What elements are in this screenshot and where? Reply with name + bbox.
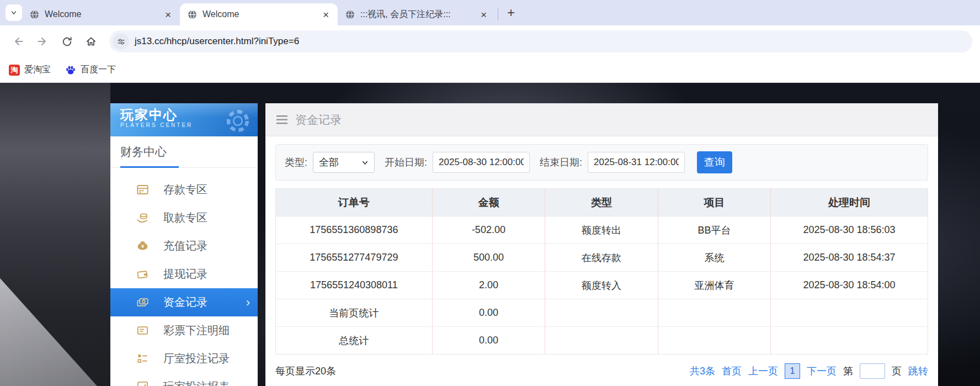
recharge-icon: ¥ — [136, 240, 149, 253]
withdrawal-record-icon — [136, 268, 149, 281]
deposit-icon — [136, 183, 149, 197]
tab-search-button[interactable] — [6, 4, 22, 21]
type-select[interactable]: 全部 — [313, 152, 375, 173]
bookmark-taobao[interactable]: 淘 爱淘宝 — [9, 64, 51, 76]
cell-project: 系统 — [658, 244, 770, 272]
tab-close-icon[interactable]: × — [321, 8, 331, 21]
tab-title: :::视讯, 会员下注纪录::: — [360, 9, 473, 20]
cell-amount: 0.00 — [432, 327, 545, 355]
cell-stat-label: 当前页统计 — [276, 299, 433, 327]
cell-time: 2025-08-30 18:54:00 — [771, 272, 928, 299]
funds-icon — [136, 296, 149, 309]
tab-title: Welcome — [45, 9, 157, 19]
sidebar-item-recharge-record[interactable]: ¥ 充值记录 — [110, 232, 258, 260]
tab-separator — [498, 8, 498, 20]
page-jump-input[interactable] — [860, 363, 885, 379]
sidebar-item-label: 提现记录 — [163, 267, 207, 282]
sidebar-header: 玩家中心 PLAYERS CENTER — [110, 103, 258, 136]
start-date-label: 开始日期: — [385, 156, 427, 169]
table-header-row: 订单号 金额 类型 项目 处理时间 — [276, 189, 928, 216]
hamburger-menu-icon[interactable] — [276, 115, 287, 124]
pagination-controls: 共3条 首页 上一页 1 下一页 第 页 跳转 — [690, 363, 928, 379]
bet-report-icon — [136, 380, 149, 386]
sidebar-item-label: 充值记录 — [163, 239, 207, 253]
page-title: 资金记录 — [295, 112, 342, 128]
player-center-sidebar: 玩家中心 PLAYERS CENTER 财务中心 存款专区 取款专区 — [110, 103, 258, 386]
tab-close-icon[interactable]: × — [163, 8, 173, 21]
section-underline — [110, 166, 258, 168]
browser-toolbar: js13.cc/hhcp/usercenter.html?iniType=6 — [0, 25, 980, 57]
sidebar-item-label: 玩家投注报表 — [163, 379, 230, 386]
bookmark-baidu[interactable]: 百度一下 — [65, 64, 116, 76]
sidebar-item-player-bet-report[interactable]: 玩家投注报表 — [110, 373, 258, 386]
back-arrow-icon — [12, 35, 24, 47]
table-row: 1756551240308011 2.00 额度转入 亚洲体育 2025-08-… — [276, 272, 928, 299]
home-icon — [85, 35, 97, 47]
sidebar-item-withdrawal-record[interactable]: 提现记录 — [110, 260, 258, 288]
panel-header: 资金记录 — [265, 103, 938, 136]
bookmarks-bar: 淘 爱淘宝 百度一下 — [0, 57, 980, 83]
sidebar-item-lottery-bet-detail[interactable]: 彩票下注明细 — [110, 316, 258, 345]
page-content: 玩家中心 PLAYERS CENTER 财务中心 存款专区 取款专区 — [0, 83, 980, 386]
site-info-tune-icon — [116, 37, 126, 46]
jump-button[interactable]: 跳转 — [908, 364, 928, 378]
current-page-indicator[interactable]: 1 — [785, 363, 800, 379]
column-header-order-id: 订单号 — [276, 189, 433, 216]
cell-type: 额度转出 — [545, 216, 658, 244]
new-tab-button[interactable]: + — [503, 4, 519, 21]
jump-label-pre: 第 — [843, 364, 853, 378]
sidebar-item-hall-bet-record[interactable]: 厅室投注记录 — [110, 345, 258, 373]
type-label: 类型: — [285, 156, 307, 169]
filter-bar: 类型: 全部 开始日期: 结束日期: 查询 — [275, 144, 928, 181]
search-button[interactable]: 查询 — [697, 151, 732, 173]
end-date-input[interactable] — [588, 152, 685, 173]
browser-tab-video-records[interactable]: :::视讯, 会员下注纪录::: × — [338, 3, 496, 25]
column-header-project: 项目 — [658, 189, 770, 216]
cell-stat-label: 总统计 — [276, 327, 433, 355]
withdraw-icon — [136, 211, 149, 225]
tab-close-icon[interactable]: × — [478, 8, 489, 21]
next-page-link[interactable]: 下一页 — [807, 364, 837, 378]
address-bar[interactable]: js13.cc/hhcp/usercenter.html?iniType=6 — [109, 30, 972, 52]
cell-amount: 2.00 — [432, 272, 545, 299]
site-info-button[interactable] — [113, 33, 129, 50]
url-text: js13.cc/hhcp/usercenter.html?iniType=6 — [135, 36, 299, 47]
sidebar-section-title: 财务中心 — [110, 136, 258, 160]
table-row-total-stats: 总统计 0.00 — [276, 327, 928, 355]
sidebar-item-label: 资金记录 — [163, 295, 207, 310]
cell-project: BB平台 — [658, 216, 770, 244]
sidebar-item-withdraw-zone[interactable]: 取款专区 — [110, 204, 258, 232]
back-button[interactable] — [8, 31, 29, 52]
funds-record-table: 订单号 金额 类型 项目 处理时间 1756551360898736 -502.… — [275, 188, 928, 355]
start-date-input[interactable] — [433, 152, 530, 173]
chevron-right-icon: › — [246, 295, 250, 310]
browser-tab-welcome-2-active[interactable]: Welcome × — [180, 3, 338, 25]
bookmark-label: 百度一下 — [81, 64, 116, 76]
first-page-link[interactable]: 首页 — [722, 364, 742, 378]
type-select-value: 全部 — [319, 156, 339, 169]
taobao-icon: 淘 — [9, 65, 20, 76]
globe-icon — [345, 10, 355, 19]
pagination-bar: 每页显示20条 共3条 首页 上一页 1 下一页 第 页 跳转 — [275, 363, 928, 379]
forward-button[interactable] — [32, 31, 53, 52]
poker-chip-icon — [223, 107, 252, 135]
cell-order-id: 1756551277479729 — [276, 244, 433, 272]
prev-page-link[interactable]: 上一页 — [748, 364, 778, 378]
browser-window: Welcome × Welcome × :::视讯, 会员下注纪录::: × + — [0, 0, 980, 386]
browser-tab-welcome-1[interactable]: Welcome × — [22, 3, 180, 25]
column-header-type: 类型 — [545, 189, 658, 216]
forward-arrow-icon — [36, 35, 49, 47]
sidebar-item-deposit-zone[interactable]: 存款专区 — [110, 176, 258, 204]
table-row-page-stats: 当前页统计 0.00 — [276, 299, 928, 327]
cell-time: 2025-08-30 18:54:37 — [771, 244, 928, 272]
total-count-text: 共3条 — [690, 364, 715, 378]
home-button[interactable] — [81, 31, 102, 52]
end-date-label: 结束日期: — [540, 156, 582, 169]
reload-button[interactable] — [56, 31, 77, 52]
column-header-time: 处理时间 — [771, 189, 928, 216]
cell-type: 在线存款 — [545, 244, 658, 272]
table-row: 1756551360898736 -502.00 额度转出 BB平台 2025-… — [276, 216, 928, 244]
svg-text:¥: ¥ — [141, 244, 144, 249]
sidebar-item-label: 厅室投注记录 — [163, 351, 230, 366]
sidebar-item-funds-record[interactable]: 资金记录 › — [110, 288, 258, 316]
